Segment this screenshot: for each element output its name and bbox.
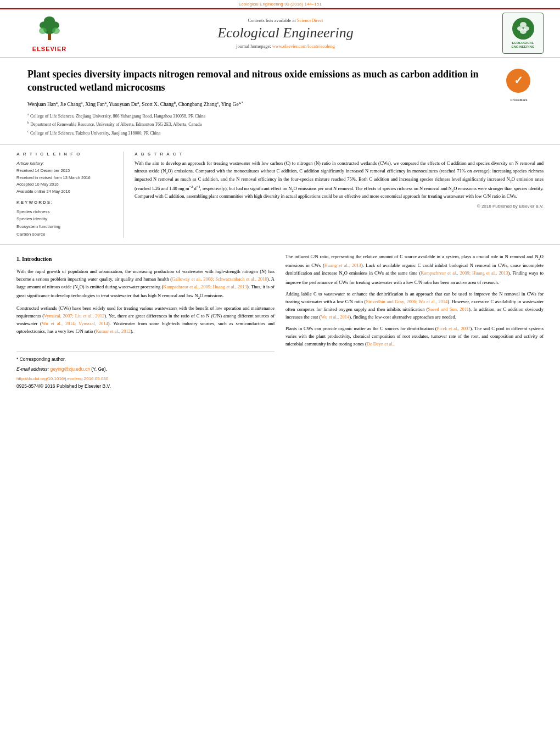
accepted: Accepted 10 May 2016 <box>16 181 115 188</box>
ref-saeed[interactable]: Saeed and Sun, 2011 <box>428 306 469 312</box>
keyword-3: Ecosystem functioning <box>16 223 115 231</box>
elsevier-logo-area: ELSEVIER <box>16 14 82 52</box>
intro-para-1: With the rapid growth of population and … <box>16 267 275 300</box>
body-right-column: The influent C/N ratio, representing the… <box>285 253 544 392</box>
body-section: 1. Introduction With the rapid growth of… <box>0 245 560 400</box>
authors-line: Wenjuan Hana, Jie Changa, Xing Fana, Yua… <box>27 100 533 109</box>
keywords-section: Keywords: Species richness Species ident… <box>16 200 115 238</box>
journal-title: Ecological Engineering <box>82 24 489 41</box>
ref-kampschreur2[interactable]: Kampschreur et al., 2009; Huang et al., … <box>421 270 508 276</box>
ref-picek[interactable]: Picek et al., 2007 <box>437 326 471 331</box>
abstract-heading: A B S T R A C T <box>135 152 544 157</box>
intro-section-title: 1. Introduction <box>16 255 275 264</box>
keyword-2: Species identity <box>16 215 115 223</box>
svg-rect-5 <box>48 34 51 40</box>
svg-point-6 <box>39 27 47 34</box>
badge-icon <box>515 20 531 37</box>
article-info-column: A R T I C L E I N F O Article history: R… <box>16 152 124 238</box>
journal-homepage-line: journal homepage: www.elsevier.com/locat… <box>82 43 489 49</box>
footnote-corresponding: * Corresponding author. <box>16 355 275 363</box>
affiliations: a College of Life Sciences, Zhejiang Uni… <box>27 111 533 137</box>
affiliation-a: a College of Life Sciences, Zhejiang Uni… <box>27 111 533 120</box>
page: Ecological Engineering 93 (2016) 144–151… <box>0 0 560 742</box>
journal-info-center: Contents lists available at ScienceDirec… <box>82 18 489 48</box>
svg-text:✓: ✓ <box>514 74 523 86</box>
doi-line: http://dx.doi.org/10.1016/j.ecoleng.2016… <box>16 375 275 382</box>
journal-homepage-link[interactable]: www.elsevier.com/locate/ecoleng <box>272 43 335 49</box>
body-left-column: 1. Introduction With the rapid growth of… <box>16 253 275 392</box>
right-para-1: The influent C/N ratio, representing the… <box>285 253 544 286</box>
article-history: Article history: Received 14 December 20… <box>16 160 115 196</box>
keyword-1: Species richness <box>16 208 115 216</box>
ref-kumar[interactable]: Kumar et al., 2012 <box>96 328 131 334</box>
history-label: Article history: <box>16 160 115 168</box>
journal-reference: Ecological Engineering 93 (2016) 144–151 <box>0 0 560 8</box>
copyright-line: © 2016 Published by Elsevier B.V. <box>135 204 544 209</box>
journal-header: ELSEVIER Contents lists available at Sci… <box>0 8 560 58</box>
svg-point-11 <box>520 29 527 34</box>
elsevier-logo: ELSEVIER <box>16 14 82 52</box>
badge-circle <box>512 18 534 40</box>
ref-kampschreur1[interactable]: Kampschreur et al., 2009; Huang et al., … <box>163 284 247 289</box>
keyword-4: Carbon source <box>16 231 115 238</box>
footnote-email: E-mail address: geying@zju.edu.cn (Y. Ge… <box>16 365 275 373</box>
badge-label-1: ECOLOGICALENGINEERING <box>511 41 534 49</box>
elsevier-label: ELSEVIER <box>32 46 66 52</box>
ref-vymazal1[interactable]: Vymazal, 2007; Liu et al., 2012 <box>44 313 104 319</box>
available-online: Available online 24 May 2016 <box>16 188 115 196</box>
ref-wu1[interactable]: Wu et al., 2014; Vymazal, 2014 <box>42 321 108 326</box>
received-1: Received 14 December 2015 <box>16 168 115 175</box>
journal-badge-area: ECOLOGICALENGINEERING <box>489 13 544 54</box>
footnote-area: * Corresponding author. E-mail address: … <box>16 352 275 390</box>
ref-wu2[interactable]: Wu et al., 2014 <box>321 314 349 320</box>
affiliation-b: b Department of Renewable Resource, Univ… <box>27 120 533 128</box>
journal-ref-text: Ecological Engineering 93 (2016) 144–151 <box>238 2 321 7</box>
sciencedirect-line: Contents lists available at ScienceDirec… <box>82 18 489 23</box>
elsevier-tree-icon <box>35 14 65 44</box>
svg-point-7 <box>52 27 60 34</box>
keywords-heading: Keywords: <box>16 200 115 205</box>
issn-line: 0925-8574/© 2016 Published by Elsevier B… <box>16 382 275 390</box>
article-title-section: Plant species diversity impacts nitrogen… <box>0 58 560 145</box>
ref-galloway[interactable]: Galloway et al., 2008; Schwarzenbach et … <box>172 276 267 282</box>
right-para-2: Adding labile C to wastewater to enhance… <box>285 290 544 321</box>
right-para-3: Plants in CWs can provide organic matter… <box>285 325 544 348</box>
ref-huang1[interactable]: Huang et al., 2013 <box>324 263 361 268</box>
ref-dedeyn[interactable]: De Deyn et al., <box>367 341 395 347</box>
article-info-abstract-section: A R T I C L E I N F O Article history: R… <box>0 145 560 245</box>
crossmark-icon: ✓ <box>505 68 531 94</box>
ref-sirivedhin[interactable]: Sirivedhin and Gray, 2006; Wu et al., 20… <box>366 299 447 304</box>
doi-link[interactable]: http://dx.doi.org/10.1016/j.ecoleng.2016… <box>16 376 108 381</box>
intro-para-2: Constructed wetlands (CWs) have been wid… <box>16 304 275 335</box>
abstract-text: With the aim to develop an approach for … <box>135 160 544 200</box>
sciencedirect-link[interactable]: ScienceDirect <box>297 18 323 23</box>
abstract-column: A B S T R A C T With the aim to develop … <box>135 152 544 238</box>
email-link[interactable]: geying@zju.edu.cn <box>50 366 89 372</box>
crossmark-badge: ✓ CrossMark <box>505 68 533 95</box>
received-2: Received in revised form 13 March 2016 <box>16 175 115 182</box>
article-info-heading: A R T I C L E I N F O <box>16 152 115 157</box>
affiliation-c: c College of Life Sciences, Taizhou Univ… <box>27 129 533 137</box>
article-title: Plant species diversity impacts nitrogen… <box>27 68 533 94</box>
journal-badge: ECOLOGICALENGINEERING <box>502 13 544 54</box>
